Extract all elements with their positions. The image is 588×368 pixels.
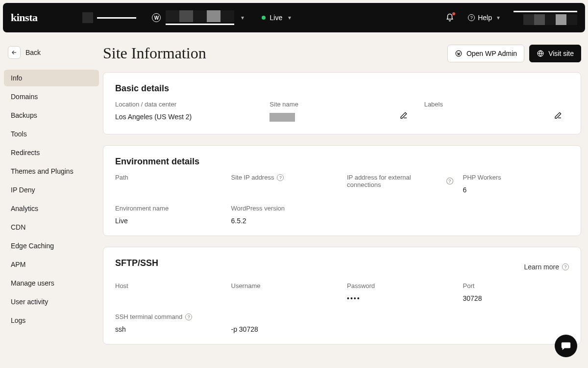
sidebar-item-manage-users[interactable]: Manage users bbox=[4, 275, 99, 291]
globe-icon bbox=[537, 50, 544, 57]
visit-site-label: Visit site bbox=[548, 50, 574, 57]
site-ip-label: Site IP address ? bbox=[231, 174, 338, 181]
profile-avatar-redacted bbox=[523, 14, 577, 25]
sidebar-item-info[interactable]: Info bbox=[4, 70, 99, 86]
sidebar-item-domains[interactable]: Domains bbox=[4, 88, 99, 105]
page-title: Site Information bbox=[103, 44, 206, 62]
arrow-left-icon bbox=[11, 49, 18, 56]
help-icon: ? bbox=[468, 14, 475, 21]
info-icon[interactable]: ? bbox=[446, 178, 453, 184]
php-workers-label: PHP Workers bbox=[463, 174, 569, 181]
ext-ip-label: IP address for external connections ? bbox=[347, 174, 453, 188]
main-content: Site Information Open WP Admin Visit sit… bbox=[103, 35, 588, 368]
chevron-down-icon: ▾ bbox=[241, 14, 244, 21]
location-value: Los Angeles (US West 2) bbox=[115, 113, 260, 121]
site-name-redacted bbox=[166, 10, 234, 25]
learn-more-link[interactable]: Learn more ? bbox=[524, 263, 569, 271]
ssh-cmd-label: SSH terminal command ? bbox=[115, 313, 221, 320]
logo: kinsta bbox=[11, 11, 37, 24]
username-label: Username bbox=[231, 282, 338, 289]
wordpress-icon: W bbox=[152, 13, 161, 22]
chat-icon bbox=[561, 341, 571, 351]
visit-site-button[interactable]: Visit site bbox=[529, 45, 581, 62]
location-label: Location / data center bbox=[115, 101, 260, 108]
info-icon: ? bbox=[562, 263, 569, 270]
sidebar-item-apm[interactable]: APM bbox=[4, 256, 99, 273]
back-button[interactable] bbox=[8, 46, 21, 59]
sidebar-item-ip-deny[interactable]: IP Deny bbox=[4, 182, 99, 198]
topbar: kinsta W ▾ Live ▾ ? Help ▾ bbox=[3, 3, 585, 32]
wp-version-label: WordPress version bbox=[231, 205, 338, 212]
sidebar-item-tools[interactable]: Tools bbox=[4, 126, 99, 142]
path-label: Path bbox=[115, 174, 221, 181]
port-value: 30728 bbox=[463, 294, 569, 302]
basic-details-heading: Basic details bbox=[115, 83, 569, 94]
open-wp-admin-label: Open WP Admin bbox=[466, 50, 517, 57]
ssh-cmd-suffix: -p 30728 bbox=[231, 325, 338, 333]
site-name-label: Site name bbox=[270, 101, 414, 108]
status-dot-icon bbox=[262, 16, 266, 20]
env-name-label: Environment name bbox=[115, 205, 221, 212]
edit-site-name-button[interactable] bbox=[400, 111, 408, 121]
sftp-ssh-card: SFTP/SSH Learn more ? Host Username Pass… bbox=[103, 247, 581, 344]
host-label: Host bbox=[115, 282, 221, 289]
php-workers-value: 6 bbox=[463, 186, 569, 194]
org-selector[interactable] bbox=[82, 12, 136, 23]
profile-menu[interactable] bbox=[514, 11, 577, 25]
site-selector[interactable]: W ▾ bbox=[152, 10, 244, 25]
environment-label: Live bbox=[270, 14, 282, 22]
info-icon[interactable]: ? bbox=[277, 174, 284, 181]
password-label: Password bbox=[347, 282, 453, 289]
chat-widget-button[interactable] bbox=[555, 335, 577, 357]
pencil-icon bbox=[554, 111, 562, 119]
labels-label: Labels bbox=[424, 101, 569, 108]
info-icon[interactable]: ? bbox=[185, 314, 192, 320]
chevron-down-icon: ▾ bbox=[288, 14, 291, 21]
environment-details-card: Environment details Path Site IP address… bbox=[103, 145, 581, 236]
ssh-cmd-prefix: ssh bbox=[115, 325, 221, 333]
environment-selector[interactable]: Live ▾ bbox=[262, 14, 291, 22]
wp-version-value: 6.5.2 bbox=[231, 217, 338, 225]
sidebar-item-edge-caching[interactable]: Edge Caching bbox=[4, 237, 99, 254]
pencil-icon bbox=[400, 111, 408, 119]
site-name-redacted bbox=[270, 113, 295, 122]
sidebar: Back Info Domains Backups Tools Redirect… bbox=[0, 35, 103, 368]
sftp-ssh-heading: SFTP/SSH bbox=[115, 258, 158, 268]
notifications-button[interactable] bbox=[445, 13, 454, 22]
sidebar-item-logs[interactable]: Logs bbox=[4, 312, 99, 329]
sidebar-item-cdn[interactable]: CDN bbox=[4, 219, 99, 236]
profile-name-redacted bbox=[514, 11, 577, 12]
environment-details-heading: Environment details bbox=[115, 157, 569, 167]
password-value: •••• bbox=[347, 294, 453, 302]
sidebar-item-backups[interactable]: Backups bbox=[4, 107, 99, 124]
sidebar-item-user-activity[interactable]: User activity bbox=[4, 293, 99, 310]
org-avatar bbox=[82, 12, 93, 23]
sidebar-item-themes-plugins[interactable]: Themes and Plugins bbox=[4, 163, 99, 180]
open-wp-admin-button[interactable]: Open WP Admin bbox=[447, 45, 524, 62]
edit-labels-button[interactable] bbox=[554, 111, 562, 121]
chevron-down-icon: ▾ bbox=[497, 14, 500, 21]
help-label: Help bbox=[478, 14, 492, 22]
help-menu[interactable]: ? Help ▾ bbox=[468, 14, 500, 22]
bell-icon bbox=[445, 13, 454, 22]
back-label: Back bbox=[25, 49, 41, 56]
port-label: Port bbox=[463, 282, 569, 289]
env-name-value: Live bbox=[115, 217, 221, 225]
sidebar-item-analytics[interactable]: Analytics bbox=[4, 200, 99, 217]
wordpress-icon bbox=[455, 50, 463, 57]
basic-details-card: Basic details Location / data center Los… bbox=[103, 72, 581, 134]
sidebar-item-redirects[interactable]: Redirects bbox=[4, 144, 99, 161]
org-name-redacted bbox=[97, 17, 136, 19]
